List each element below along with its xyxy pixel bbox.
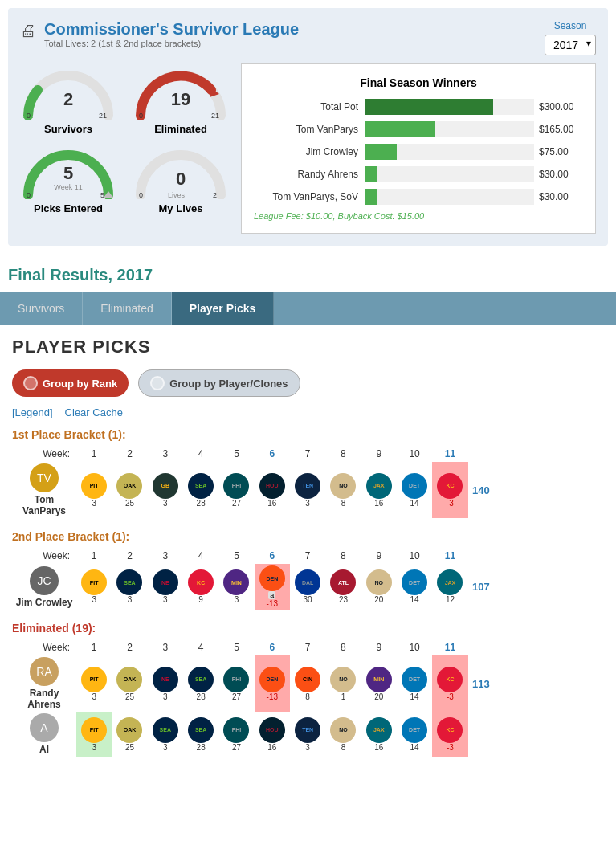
bar-fill bbox=[365, 189, 377, 205]
player-row: RA Randy Ahrens PIT 3 OAK 25 NE 3 bbox=[12, 655, 494, 712]
player-row: A Al PIT 3 OAK 25 SEA 3 bbox=[12, 712, 494, 757]
pick-num: -3 bbox=[447, 692, 454, 701]
bar-name: Jim Crowley bbox=[254, 146, 358, 157]
pick-num: 3 bbox=[92, 499, 96, 508]
svg-text:21: 21 bbox=[99, 112, 107, 120]
pick-cell-w11: KC -3 bbox=[432, 712, 467, 757]
survivors-label: Survivors bbox=[20, 123, 116, 135]
week-label-col: Week: bbox=[12, 548, 76, 564]
player-total: 113 bbox=[468, 655, 494, 712]
league-subtitle: Total Lives: 2 (1st & 2nd place brackets… bbox=[44, 39, 299, 48]
bar-value: $300.00 bbox=[539, 101, 583, 112]
pick-num: 20 bbox=[374, 595, 383, 604]
pick-cell-w8: ATL 23 bbox=[325, 564, 361, 610]
svg-text:Lives: Lives bbox=[168, 191, 186, 199]
season-dropdown[interactable]: 2017 2016 2015 bbox=[545, 35, 596, 55]
bracket-table-elim: Week:1234567891011 RA Randy Ahrens PIT 3… bbox=[12, 639, 604, 757]
pick-cell-w6: HOU 16 bbox=[255, 712, 290, 757]
bracket-title-1st[interactable]: 1st Place Bracket (1): bbox=[12, 428, 604, 441]
bar-value: $30.00 bbox=[539, 191, 583, 202]
week-label-col: Week: bbox=[12, 639, 76, 655]
week-header-10: 10 bbox=[397, 446, 432, 462]
bracket-title-2nd[interactable]: 2nd Place Bracket (1): bbox=[12, 530, 604, 543]
tab-player-picks[interactable]: Player Picks bbox=[172, 292, 275, 325]
season-control: Season 2017 2016 2015 bbox=[545, 20, 596, 55]
pick-num: 30 bbox=[304, 595, 312, 604]
bar-track bbox=[365, 189, 534, 205]
pick-cell-w7: TEN 3 bbox=[290, 712, 325, 757]
group-by-rank-btn[interactable]: Group by Rank bbox=[12, 369, 129, 397]
svg-text:5: 5 bbox=[100, 191, 104, 199]
bar-row: Jim Crowley $75.00 bbox=[254, 144, 583, 160]
bar-track bbox=[365, 166, 534, 182]
pick-cell-w5: MIN 3 bbox=[218, 564, 254, 610]
pick-num: 25 bbox=[125, 692, 134, 701]
pick-cell-w10: DET 14 bbox=[397, 712, 432, 757]
pick-cell-w6: DEN a -13 bbox=[255, 564, 290, 610]
pick-num: 14 bbox=[410, 692, 419, 701]
pick-num: -3 bbox=[447, 499, 454, 508]
pick-cell-w11: JAX 12 bbox=[432, 564, 467, 610]
fee-note: League Fee: $10.00, Buyback Cost: $15.00 bbox=[254, 211, 583, 221]
legend-link[interactable]: [Legend] bbox=[12, 406, 53, 418]
picks-title: PLAYER PICKS bbox=[12, 337, 604, 357]
week-header-3: 3 bbox=[148, 548, 183, 564]
eliminated-label: Eliminated bbox=[133, 123, 229, 135]
player-avatar: A bbox=[30, 713, 59, 742]
lives-gauge: 0 Lives 2 0 My Lives bbox=[133, 143, 229, 214]
tab-survivors[interactable]: Survivors bbox=[0, 292, 83, 325]
player-row: JC Jim Crowley PIT 3 SEA 3 NE 3 bbox=[12, 564, 494, 610]
week-header-10: 10 bbox=[397, 548, 432, 564]
pick-num: 25 bbox=[125, 499, 134, 508]
pick-num: 16 bbox=[374, 743, 383, 752]
pick-num: -13 bbox=[267, 599, 278, 608]
print-icon[interactable]: 🖨 bbox=[20, 22, 36, 40]
week-header-6: 6 bbox=[255, 446, 290, 462]
rank-toggle-label: Group by Rank bbox=[43, 378, 117, 390]
player-name-cell: JC Jim Crowley bbox=[12, 564, 76, 610]
bar-value: $165.00 bbox=[539, 124, 583, 135]
picks-section: PLAYER PICKS Group by Rank Group by Play… bbox=[0, 325, 616, 781]
week-header-4: 4 bbox=[183, 446, 218, 462]
tab-eliminated[interactable]: Eliminated bbox=[83, 292, 171, 325]
pick-cell-w9: MIN 20 bbox=[361, 655, 397, 712]
pick-num: 3 bbox=[92, 743, 96, 752]
player-name-cell: RA Randy Ahrens bbox=[12, 655, 76, 712]
week-header-4: 4 bbox=[183, 639, 218, 655]
week-header-6: 6 bbox=[255, 548, 290, 564]
pick-cell-w11: KC -3 bbox=[432, 655, 467, 712]
bracket-title-elim[interactable]: Eliminated (19): bbox=[12, 622, 604, 635]
week-header-1: 1 bbox=[76, 639, 112, 655]
bar-track bbox=[365, 144, 534, 160]
player-name: Jim Crowley bbox=[14, 597, 74, 608]
pick-num: 1 bbox=[341, 692, 346, 701]
player-row: TV Tom VanParys PIT 3 OAK 25 GB 3 bbox=[12, 462, 494, 518]
pick-cell-w4: SEA 28 bbox=[183, 655, 218, 712]
player-name-cell: TV Tom VanParys bbox=[12, 462, 76, 518]
week-header-9: 9 bbox=[361, 639, 397, 655]
bar-fill bbox=[365, 99, 493, 115]
pick-cell-w2: SEA 3 bbox=[112, 564, 147, 610]
player-name: Al bbox=[14, 744, 74, 755]
player-name: Randy Ahrens bbox=[14, 688, 74, 710]
week-header-2: 2 bbox=[112, 446, 147, 462]
bar-fill bbox=[365, 166, 377, 182]
picks-label: Picks Entered bbox=[20, 202, 116, 214]
league-title: Commissioner's Survivor League bbox=[44, 20, 299, 39]
pick-num: 8 bbox=[341, 499, 346, 508]
pick-num: 14 bbox=[410, 743, 419, 752]
week-header-8: 8 bbox=[325, 639, 361, 655]
legend-row: [Legend] Clear Cache bbox=[12, 406, 604, 418]
svg-text:2: 2 bbox=[213, 191, 217, 199]
pick-num: -3 bbox=[447, 743, 454, 752]
clear-cache-link[interactable]: Clear Cache bbox=[65, 406, 123, 418]
group-by-player-btn[interactable]: Group by Player/Clones bbox=[138, 369, 300, 397]
svg-text:21: 21 bbox=[211, 112, 219, 120]
pick-cell-w3: GB 3 bbox=[148, 462, 183, 518]
bar-track bbox=[365, 99, 534, 115]
week-header-11: 11 bbox=[432, 446, 467, 462]
week-header-2: 2 bbox=[112, 548, 147, 564]
bar-name: Randy Ahrens bbox=[254, 169, 358, 180]
bar-value: $30.00 bbox=[539, 169, 583, 180]
pick-cell-w9: JAX 16 bbox=[361, 462, 397, 518]
